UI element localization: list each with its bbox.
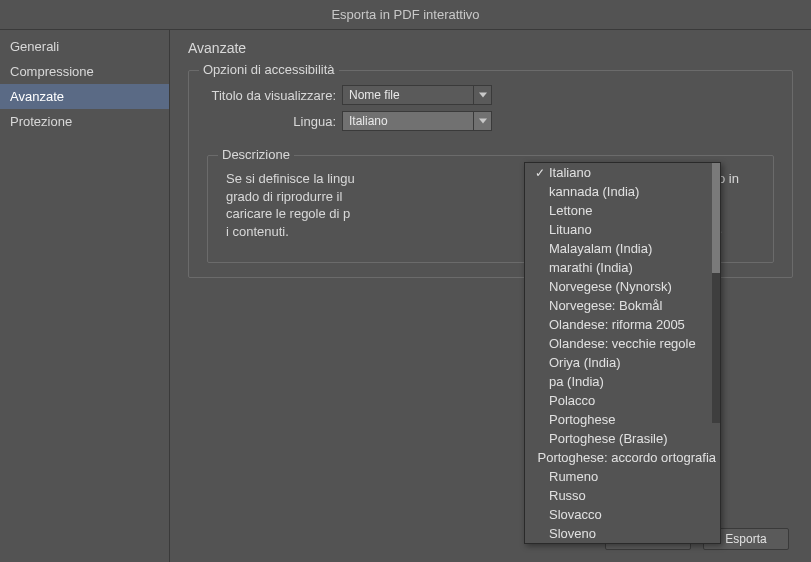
dropdown-option-label: Portoghese (Brasile) (549, 431, 716, 446)
dropdown-option[interactable]: Lettone (525, 201, 720, 220)
window-title: Esporta in PDF interattivo (0, 0, 811, 30)
check-icon: ✓ (531, 166, 549, 180)
dropdown-option-label: kannada (India) (549, 184, 716, 199)
panel-title: Avanzate (188, 40, 793, 56)
sidebar-item-advanced[interactable]: Avanzate (0, 84, 169, 109)
sidebar: Generali Compressione Avanzate Protezion… (0, 30, 170, 562)
dropdown-option[interactable]: Polacco (525, 391, 720, 410)
description-text-left: Se si definisce la lingu grado di riprod… (226, 170, 356, 244)
dropdown-option-label: Sloveno (549, 526, 716, 541)
dropdown-option-label: Lituano (549, 222, 716, 237)
dropdown-option-label: Polacco (549, 393, 716, 408)
dropdown-option[interactable]: marathi (India) (525, 258, 720, 277)
dropdown-option-label: Portoghese (549, 412, 716, 427)
title-display-label: Titolo da visualizzare: (207, 88, 342, 103)
dropdown-option-label: marathi (India) (549, 260, 716, 275)
dropdown-option[interactable]: Russo (525, 486, 720, 505)
language-dropdown[interactable]: ✓Italianokannada (India)LettoneLituanoMa… (524, 162, 721, 544)
dropdown-option-label: Olandese: vecchie regole (549, 336, 716, 351)
dropdown-option-label: Olandese: riforma 2005 (549, 317, 716, 332)
dropdown-option-label: Rumeno (549, 469, 716, 484)
chevron-down-icon (473, 86, 491, 104)
dropdown-option[interactable]: Portoghese (Brasile) (525, 429, 720, 448)
title-display-value: Nome file (343, 88, 473, 102)
dropdown-option[interactable]: ✓Italiano (525, 163, 720, 182)
dropdown-option-label: Norvegese (Nynorsk) (549, 279, 716, 294)
content-panel: Avanzate Opzioni di accessibilità Titolo… (170, 30, 811, 562)
title-display-combo[interactable]: Nome file (342, 85, 492, 105)
language-value: Italiano (343, 114, 473, 128)
dropdown-option-label: pa (India) (549, 374, 716, 389)
sidebar-item-compression[interactable]: Compressione (0, 59, 169, 84)
dropdown-option-label: Norvegese: Bokmål (549, 298, 716, 313)
dropdown-option[interactable]: pa (India) (525, 372, 720, 391)
dropdown-option[interactable]: Olandese: riforma 2005 (525, 315, 720, 334)
dropdown-scrollbar-thumb[interactable] (712, 163, 720, 273)
dropdown-option[interactable]: Sloveno (525, 524, 720, 543)
dropdown-option-label: Oriya (India) (549, 355, 716, 370)
dropdown-option[interactable]: Olandese: vecchie regole (525, 334, 720, 353)
chevron-down-icon (473, 112, 491, 130)
dropdown-option[interactable]: Malayalam (India) (525, 239, 720, 258)
language-combo[interactable]: Italiano (342, 111, 492, 131)
dropdown-option-label: Slovacco (549, 507, 716, 522)
dropdown-option[interactable]: Slovacco (525, 505, 720, 524)
dropdown-option[interactable]: Portoghese (525, 410, 720, 429)
dropdown-option[interactable]: Portoghese: accordo ortografia (525, 448, 720, 467)
language-label: Lingua: (207, 114, 342, 129)
dropdown-option[interactable]: Oriya (India) (525, 353, 720, 372)
sidebar-item-general[interactable]: Generali (0, 34, 169, 59)
dropdown-option[interactable]: Norvegese: Bokmål (525, 296, 720, 315)
dropdown-option[interactable]: Norvegese (Nynorsk) (525, 277, 720, 296)
accessibility-legend: Opzioni di accessibilità (199, 62, 339, 77)
dropdown-option-label: Malayalam (India) (549, 241, 716, 256)
dropdown-option[interactable]: Rumeno (525, 467, 720, 486)
dropdown-option-label: Russo (549, 488, 716, 503)
dropdown-option-label: Italiano (549, 165, 716, 180)
dropdown-option-label: Lettone (549, 203, 716, 218)
dropdown-option-label: Portoghese: accordo ortografia (538, 450, 717, 465)
description-legend: Descrizione (218, 147, 294, 162)
dropdown-option[interactable]: kannada (India) (525, 182, 720, 201)
dropdown-option[interactable]: Lituano (525, 220, 720, 239)
sidebar-item-protection[interactable]: Protezione (0, 109, 169, 134)
